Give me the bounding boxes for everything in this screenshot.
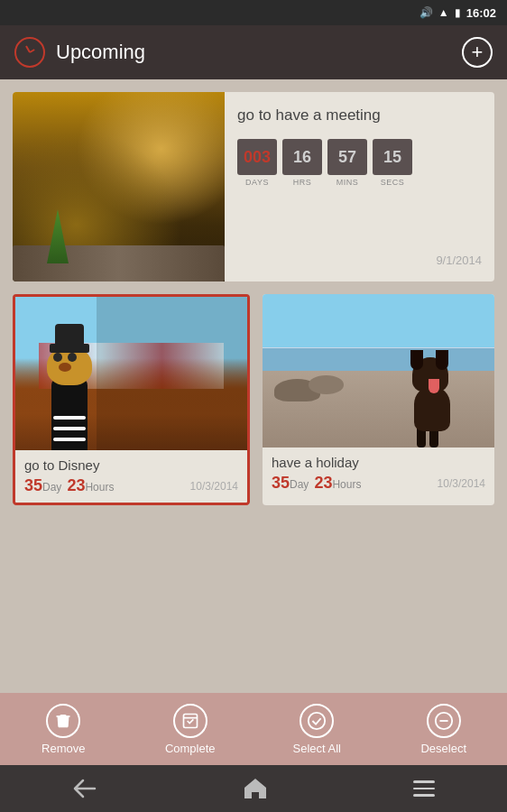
mins-label: MINS	[336, 178, 359, 187]
disney-countdown: 35 Day 23 Hours 10/3/2014	[24, 476, 238, 495]
deselect-label: Deselect	[420, 742, 466, 755]
event-cards-row: go to Disney 35 Day 23 Hours 10/3/2014	[13, 294, 494, 505]
add-button[interactable]: +	[462, 37, 493, 68]
disney-date: 10/3/2014	[190, 480, 238, 493]
disney-event-info: go to Disney 35 Day 23 Hours 10/3/2014	[15, 450, 247, 503]
action-bar: Remove Complete Select All Desel	[0, 693, 507, 765]
meeting-card[interactable]: go to have a meeting 003 DAYS 16 HRS 57 …	[13, 92, 494, 281]
nav-bar	[0, 765, 507, 812]
holiday-day-label: Day	[290, 478, 309, 491]
mins-value: 57	[327, 139, 367, 175]
holiday-image	[263, 294, 494, 448]
disney-image	[15, 297, 247, 450]
select-all-button[interactable]: Select All	[254, 704, 381, 755]
days-value: 003	[237, 139, 277, 175]
complete-label: Complete	[165, 742, 216, 755]
header: Upcoming +	[0, 25, 507, 79]
back-button[interactable]	[51, 771, 119, 806]
select-all-label: Select All	[293, 742, 341, 755]
countdown-boxes: 003 DAYS 16 HRS 57 MINS 15 SECS	[237, 139, 482, 187]
meeting-date: 9/1/2014	[237, 254, 482, 267]
event-card-holiday[interactable]: have a holiday 35 Day 23 Hours 10/3/2014	[263, 294, 494, 505]
disney-hour-label: Hours	[85, 481, 114, 494]
svg-point-9	[309, 712, 325, 728]
meeting-image	[13, 92, 225, 281]
disney-day-label: Day	[42, 481, 61, 494]
meeting-title: go to have a meeting	[237, 106, 482, 125]
check-circle-icon	[300, 704, 334, 738]
holiday-days: 35	[272, 474, 290, 493]
svg-line-2	[58, 716, 59, 727]
minus-circle-icon	[427, 704, 461, 738]
complete-icon	[173, 704, 207, 738]
holiday-hour-label: Hours	[332, 478, 361, 491]
disney-days: 35	[24, 476, 42, 495]
main-content: go to have a meeting 003 DAYS 16 HRS 57 …	[0, 79, 507, 518]
days-box: 003 DAYS	[237, 139, 277, 187]
wifi-icon: ▲	[438, 6, 449, 19]
hrs-value: 16	[282, 139, 322, 175]
menu-button[interactable]	[392, 773, 456, 804]
holiday-countdown-left: 35 Day 23 Hours	[272, 474, 366, 493]
status-time: 16:02	[466, 6, 496, 20]
header-left: Upcoming	[14, 37, 145, 68]
disney-title: go to Disney	[24, 457, 238, 473]
hrs-box: 16 HRS	[282, 139, 322, 187]
complete-button[interactable]: Complete	[127, 704, 254, 755]
svg-line-3	[68, 716, 69, 727]
event-card-disney[interactable]: go to Disney 35 Day 23 Hours 10/3/2014	[13, 294, 250, 505]
holiday-title: have a holiday	[272, 455, 485, 470]
deselect-button[interactable]: Deselect	[381, 704, 508, 755]
clock-icon	[14, 37, 45, 68]
volume-icon: 🔊	[419, 6, 433, 19]
svg-rect-7	[183, 714, 197, 727]
disney-countdown-left: 35 Day 23 Hours	[24, 476, 119, 495]
hrs-label: HRS	[293, 178, 312, 187]
secs-label: SECS	[381, 178, 405, 187]
mins-box: 57 MINS	[327, 139, 367, 187]
remove-label: Remove	[41, 742, 85, 755]
home-button[interactable]	[221, 770, 290, 807]
meeting-info: go to have a meeting 003 DAYS 16 HRS 57 …	[225, 92, 494, 281]
page-title: Upcoming	[56, 41, 145, 64]
holiday-hours: 23	[314, 474, 332, 493]
secs-box: 15 SECS	[373, 139, 412, 187]
secs-value: 15	[373, 139, 412, 175]
holiday-countdown: 35 Day 23 Hours 10/3/2014	[272, 474, 485, 493]
holiday-date: 10/3/2014	[438, 477, 485, 490]
menu-icon	[413, 780, 435, 797]
disney-hours: 23	[67, 476, 85, 495]
days-label: DAYS	[245, 178, 269, 187]
holiday-event-info: have a holiday 35 Day 23 Hours 10/3/2014	[263, 448, 494, 500]
status-bar: 🔊 ▲ ▮ 16:02	[0, 0, 507, 25]
trash-icon	[46, 704, 80, 738]
remove-button[interactable]: Remove	[0, 704, 127, 755]
battery-icon: ▮	[455, 6, 461, 19]
